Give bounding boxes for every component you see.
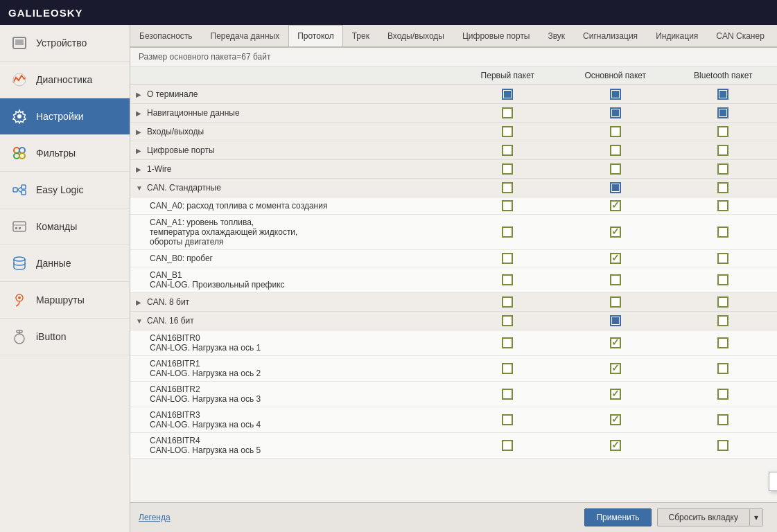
tab-protocol[interactable]: Протокол bbox=[288, 25, 343, 48]
checkbox-cell[interactable] bbox=[567, 315, 663, 326]
reset-tab-dropdown-arrow[interactable]: ▾ bbox=[749, 508, 763, 526]
reset-tab-button[interactable]: Сбросить вкладку bbox=[657, 508, 750, 526]
checkbox-cell[interactable] bbox=[567, 200, 663, 211]
tab-track[interactable]: Трек bbox=[343, 25, 378, 46]
checkbox-cell[interactable] bbox=[567, 182, 663, 193]
checkbox-cell[interactable] bbox=[460, 363, 556, 374]
checkbox-cell[interactable] bbox=[567, 274, 663, 285]
tab-canscan[interactable]: CAN Сканер bbox=[707, 25, 774, 46]
group-row[interactable]: ▶1-Wire bbox=[130, 160, 777, 179]
checkbox-cell[interactable] bbox=[567, 126, 663, 137]
checkbox-cell[interactable] bbox=[567, 363, 663, 374]
checkbox-cell[interactable] bbox=[460, 253, 556, 264]
sidebar-item-filters[interactable]: Фильтры bbox=[0, 135, 130, 172]
checkbox-cell[interactable] bbox=[674, 274, 771, 285]
checkbox-cell[interactable] bbox=[567, 389, 663, 400]
checkbox-cell[interactable] bbox=[674, 89, 771, 100]
legend-link[interactable]: Легенда bbox=[139, 513, 171, 522]
checkbox-cell[interactable] bbox=[460, 440, 556, 451]
checkbox-cell[interactable] bbox=[567, 107, 663, 118]
apply-button[interactable]: Применить bbox=[584, 508, 651, 526]
checkbox-cell[interactable] bbox=[460, 274, 556, 285]
checkbox-cell[interactable] bbox=[460, 337, 556, 348]
tab-digports[interactable]: Цифровые порты bbox=[453, 25, 539, 46]
sidebar-item-diagnostics[interactable]: Диагностика bbox=[0, 62, 130, 98]
checkbox-cell[interactable] bbox=[567, 145, 663, 156]
col-bt-header: Bluetooth пакет bbox=[669, 66, 777, 85]
group-row[interactable]: ▶Цифровые порты bbox=[130, 141, 777, 160]
sidebar-item-easylogic[interactable]: Easy Logic bbox=[0, 172, 130, 209]
checkbox-cell[interactable] bbox=[567, 253, 663, 264]
tab-bluetooth[interactable]: Bluetooth bbox=[774, 25, 777, 46]
tab-sound[interactable]: Звук bbox=[539, 25, 575, 46]
checkbox-cell[interactable] bbox=[460, 296, 556, 308]
group-row[interactable]: ▼CAN. 16 бит bbox=[130, 312, 777, 330]
checkbox-cell[interactable] bbox=[460, 200, 556, 211]
tab-alarm[interactable]: Сигнализация bbox=[574, 25, 647, 46]
checkbox-cell[interactable] bbox=[674, 227, 771, 238]
checkbox-cell[interactable] bbox=[674, 182, 771, 193]
apply-settings-option[interactable]: Применить настройки bbox=[769, 472, 777, 490]
sidebar-item-settings[interactable]: Настройки bbox=[0, 98, 130, 135]
group-row[interactable]: ▶Навигационные данные bbox=[130, 104, 777, 123]
checkbox-cell[interactable] bbox=[674, 253, 771, 264]
expand-arrow: ▼ bbox=[136, 317, 144, 325]
child-row: CAN16BITR3 CAN-LOG. Нагрузка на ось 4 bbox=[130, 407, 777, 433]
expand-arrow: ▶ bbox=[136, 147, 144, 154]
col-name-header bbox=[130, 66, 454, 85]
checkbox-cell[interactable] bbox=[674, 389, 771, 400]
checkbox-cell[interactable] bbox=[567, 296, 663, 308]
checkbox-cell[interactable] bbox=[674, 337, 771, 348]
checkbox-cell[interactable] bbox=[567, 163, 663, 175]
packet-info: Размер основного пакета=67 байт bbox=[130, 48, 777, 66]
checkbox-cell[interactable] bbox=[674, 126, 771, 137]
checkbox-cell[interactable] bbox=[674, 200, 771, 211]
checkbox-cell[interactable] bbox=[460, 163, 556, 175]
tab-io[interactable]: Входы/выходы bbox=[378, 25, 453, 46]
checkbox-cell[interactable] bbox=[460, 182, 556, 193]
checkbox-cell[interactable] bbox=[567, 337, 663, 348]
svg-rect-9 bbox=[13, 188, 17, 192]
checkbox-cell[interactable] bbox=[567, 414, 663, 425]
svg-point-4 bbox=[17, 114, 21, 118]
sidebar-item-device[interactable]: Устройство bbox=[0, 25, 130, 62]
checkbox-cell[interactable] bbox=[674, 107, 771, 118]
checkbox-cell[interactable] bbox=[460, 227, 556, 238]
sidebar-item-routes[interactable]: Маршруты bbox=[0, 282, 130, 319]
checkbox-cell[interactable] bbox=[460, 126, 556, 137]
checkbox-cell[interactable] bbox=[567, 227, 663, 238]
checkbox-cell[interactable] bbox=[460, 315, 556, 326]
checkbox-cell[interactable] bbox=[674, 363, 771, 374]
ibutton-icon bbox=[10, 327, 29, 346]
checkbox-cell[interactable] bbox=[567, 89, 663, 100]
checkbox-cell[interactable] bbox=[674, 145, 771, 156]
svg-line-12 bbox=[17, 187, 21, 190]
expand-arrow: ▶ bbox=[136, 91, 144, 98]
checkbox-cell[interactable] bbox=[460, 389, 556, 400]
sidebar-item-data[interactable]: Данные bbox=[0, 245, 130, 282]
group-label: CAN. Стандартные bbox=[147, 183, 221, 193]
sidebar-item-ibutton[interactable]: iButton bbox=[0, 319, 130, 355]
checkbox-cell[interactable] bbox=[460, 145, 556, 156]
expand-arrow: ▶ bbox=[136, 299, 144, 306]
checkbox-cell[interactable] bbox=[674, 414, 771, 425]
svg-point-8 bbox=[19, 153, 25, 159]
checkbox-cell[interactable] bbox=[674, 163, 771, 175]
tab-indication[interactable]: Индикация bbox=[647, 25, 707, 46]
checkbox-cell[interactable] bbox=[674, 296, 771, 308]
group-row[interactable]: ▶CAN. 8 бит bbox=[130, 293, 777, 312]
sidebar-item-commands[interactable]: Команды bbox=[0, 209, 130, 245]
tab-security[interactable]: Безопасность bbox=[130, 25, 202, 46]
group-row[interactable]: ▼CAN. Стандартные bbox=[130, 179, 777, 197]
checkbox-cell[interactable] bbox=[674, 315, 771, 326]
sidebar: Устройство Диагностика bbox=[0, 25, 130, 532]
group-row[interactable]: ▶О терминале bbox=[130, 85, 777, 104]
checkbox-cell[interactable] bbox=[460, 107, 556, 118]
tab-datatransfer[interactable]: Передача данных bbox=[202, 25, 289, 46]
checkbox-cell[interactable] bbox=[460, 414, 556, 425]
checkbox-cell[interactable] bbox=[674, 440, 771, 451]
group-row[interactable]: ▶Входы/выходы bbox=[130, 123, 777, 141]
filters-icon bbox=[10, 143, 29, 163]
checkbox-cell[interactable] bbox=[567, 440, 663, 451]
checkbox-cell[interactable] bbox=[460, 89, 556, 100]
